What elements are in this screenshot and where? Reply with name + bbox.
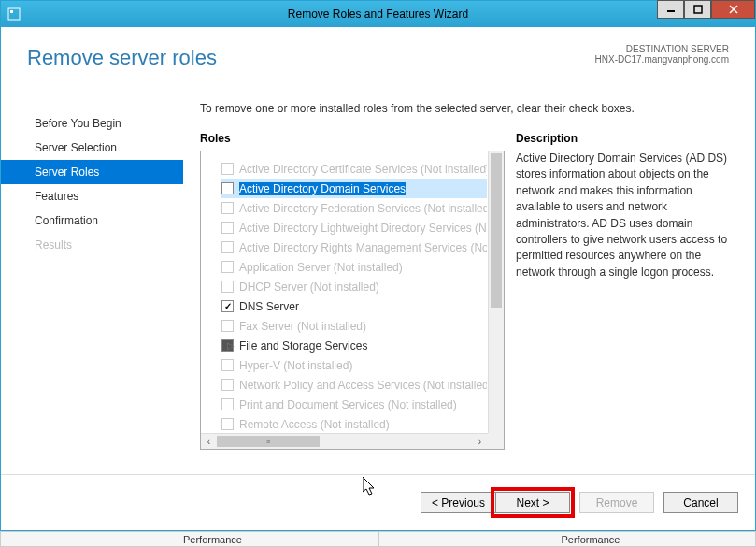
description-label: Description [516, 132, 729, 145]
role-item[interactable]: Active Directory Domain Services [221, 179, 487, 198]
wizard-window: Remove Roles and Features Wizard Remove … [0, 0, 756, 531]
role-checkbox[interactable] [221, 300, 234, 312]
role-checkbox [221, 398, 234, 410]
destination-info: DESTINATION SERVER HNX-DC17.mangvanphong… [595, 44, 729, 65]
performance-panel-right: Performance [378, 531, 757, 547]
role-checkbox [221, 261, 234, 273]
page-title: Remove server roles [27, 46, 217, 102]
window-controls [657, 1, 755, 19]
horizontal-scrollbar[interactable]: ‹ ≡ › [201, 433, 488, 449]
remove-button[interactable]: Remove [579, 492, 654, 513]
role-checkbox [221, 320, 234, 332]
expand-icon[interactable]: ▷ [227, 340, 235, 351]
vertical-scroll-thumb[interactable] [491, 153, 502, 308]
role-item: Print and Document Services (Not install… [221, 395, 487, 414]
role-checkbox [221, 202, 234, 214]
destination-server: HNX-DC17.mangvanphong.com [595, 54, 729, 65]
role-item[interactable]: ▷File and Storage Services [221, 336, 487, 355]
role-item: Active Directory Federation Services (No… [221, 198, 487, 218]
sidebar-item-server-selection[interactable]: Server Selection [1, 136, 183, 160]
sidebar-item-results: Results [1, 233, 183, 257]
role-item: Active Directory Certificate Services (N… [221, 159, 487, 179]
role-item: Application Server (Not installed) [221, 257, 487, 277]
svg-rect-0 [8, 8, 20, 20]
performance-panel-left: Performance [0, 531, 378, 547]
role-item: Network Policy and Access Services (Not … [221, 375, 487, 395]
role-checkbox [221, 379, 234, 391]
header: Remove server roles DESTINATION SERVER H… [1, 27, 755, 102]
role-item: Active Directory Rights Management Servi… [221, 238, 487, 257]
roles-list[interactable]: Active Directory Certificate Services (N… [201, 159, 487, 432]
main-panel: To remove one or more installed roles fr… [183, 102, 755, 474]
previous-button[interactable]: < Previous [421, 492, 495, 513]
nav-button-group: < Previous Next > [421, 492, 570, 513]
svg-rect-1 [10, 10, 13, 13]
role-label: Fax Server (Not installed) [239, 320, 366, 333]
sidebar-item-features[interactable]: Features [1, 184, 183, 209]
role-item: Hyper-V (Not installed) [221, 355, 487, 375]
scroll-corner [488, 433, 504, 449]
role-checkbox [221, 359, 234, 371]
svg-rect-3 [694, 6, 702, 13]
next-button[interactable]: Next > [495, 492, 570, 513]
role-label: Hyper-V (Not installed) [239, 359, 352, 372]
destination-label: DESTINATION SERVER [595, 44, 729, 54]
vertical-scrollbar[interactable] [488, 151, 504, 433]
role-checkbox[interactable] [221, 182, 234, 194]
role-label: Application Server (Not installed) [239, 261, 403, 274]
role-label: Active Directory Lightweight Directory S… [239, 222, 487, 235]
maximize-button[interactable] [684, 0, 711, 19]
role-label: Active Directory Federation Services (No… [239, 202, 487, 215]
role-label: File and Storage Services [239, 339, 367, 353]
role-label: Active Directory Domain Services [239, 182, 406, 195]
role-label: Print and Document Services (Not install… [239, 398, 457, 411]
role-label: DHCP Server (Not installed) [239, 281, 379, 294]
description-text: Active Directory Domain Services (AD DS)… [516, 151, 729, 281]
titlebar: Remove Roles and Features Wizard [1, 1, 755, 27]
role-checkbox [221, 281, 234, 293]
role-label: Active Directory Rights Management Servi… [239, 241, 487, 254]
content: Remove server roles DESTINATION SERVER H… [1, 27, 755, 530]
sidebar: Before You BeginServer SelectionServer R… [1, 102, 183, 474]
roles-label: Roles [200, 132, 505, 145]
close-button[interactable] [711, 0, 755, 19]
role-item: Remote Access (Not installed) [221, 414, 487, 432]
instruction-text: To remove one or more installed roles fr… [200, 102, 729, 115]
scroll-left-button[interactable]: ‹ [201, 434, 217, 450]
role-item: DHCP Server (Not installed) [221, 277, 487, 296]
cancel-button[interactable]: Cancel [663, 492, 738, 513]
role-label: Remote Access (Not installed) [239, 418, 390, 431]
sidebar-item-before-you-begin[interactable]: Before You Begin [1, 111, 183, 136]
role-item[interactable]: DNS Server [221, 296, 487, 316]
sidebar-item-confirmation[interactable]: Confirmation [1, 209, 183, 233]
app-icon [7, 7, 21, 22]
role-label: DNS Server [239, 300, 299, 313]
role-checkbox [221, 163, 234, 175]
body: Before You BeginServer SelectionServer R… [1, 102, 755, 474]
minimize-button[interactable] [657, 0, 684, 19]
footer: < Previous Next > Remove Cancel [1, 474, 755, 530]
role-item: Fax Server (Not installed) [221, 316, 487, 336]
scroll-right-button[interactable]: › [472, 434, 488, 450]
background-panels: Performance Performance [0, 531, 756, 547]
role-checkbox [221, 418, 234, 430]
role-label: Active Directory Certificate Services (N… [239, 163, 487, 176]
roles-listbox: Active Directory Certificate Services (N… [200, 151, 505, 450]
horizontal-scroll-thumb[interactable]: ≡ [217, 436, 320, 447]
role-checkbox [221, 241, 234, 253]
role-item: Active Directory Lightweight Directory S… [221, 218, 487, 238]
sidebar-item-server-roles[interactable]: Server Roles [1, 160, 183, 184]
role-checkbox [221, 222, 234, 234]
role-label: Network Policy and Access Services (Not … [239, 379, 487, 392]
window-title: Remove Roles and Features Wizard [288, 7, 468, 21]
